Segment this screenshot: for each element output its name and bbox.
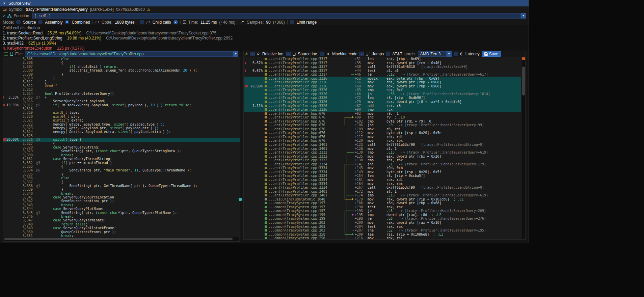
source-line[interactable]: 3,334@6 SendString( ptr, "Main thread", … [3,168,240,172]
source-line[interactable]: 3,348 return false; [3,222,240,226]
asm-mnemonic[interactable]: jmp [368,193,386,197]
asm-mnemonic[interactable]: je [368,73,386,77]
source-line[interactable]: 3,349 case ServerQueryCallstackFrame: [3,226,240,230]
asm-source-loc[interactable]: ...ommon\TracySystem.cpp:203 [268,228,343,233]
asm-row[interactable]: ...ent\TracyProfiler.cpp:3317+46je.L12 -… [244,73,521,77]
asm-row[interactable]: ...ent\TracyProfiler.cpp:3326+63cmpeax, … [244,88,521,92]
source-line[interactable]: 3,310 } [3,76,240,80]
asm-row[interactable]: ...ent\TracyProfiler.cpp:3401+172moval, … [244,190,521,194]
asm-source-loc[interactable]: ...ommon\TracySystem.cpp:203 [268,225,343,229]
child-call-name[interactable]: 3. stat64i32 [3,41,24,46]
asm-source-loc[interactable]: ...ommon\TracySystem.cpp:203 [268,221,343,225]
asm-mnemonic[interactable]: je [368,217,386,221]
child-call-name[interactable]: 2. tracy::Profiler::SendLongString [3,36,62,41]
asm-source-loc[interactable]: ...ommon\TracySystem.cpp:197 [268,209,343,213]
scrollbar-thumb[interactable] [4,238,233,240]
asm-source-loc[interactable]: ...ent\TracyProfiler.hpp:676 [268,123,343,127]
asm-source-loc[interactable]: ...ent\TracyProfiler.cpp:3317 [268,61,343,65]
asm-row[interactable]: ...31103\include\atomic:1048+179movrax, … [244,197,521,201]
source-line[interactable]: 3,327 { [3,142,240,145]
asm-row[interactable]: ...ent\TracyProfiler.hpp:676+92movr9, -1 [244,112,521,116]
asm-row[interactable]: ...ent\TracyProfiler.cpp:3326+90jmprcx [244,108,521,112]
relative-loc-label[interactable]: Relative loc. [262,52,284,56]
asm-source-loc[interactable]: ...ommon\TracySystem.cpp:197 [268,201,343,205]
asm-row[interactable]: ...ent\TracyProfiler.cpp:3334+143movr9d,… [244,166,521,170]
asm-mnemonic[interactable]: mov [368,84,386,88]
child-calls-label[interactable]: Child calls [153,20,171,25]
asm-row[interactable]: ...ommon\TracySystem.cpp:203+204testrax,… [244,225,521,229]
source-line[interactable]: 3,321 uint32_t extra; [3,118,240,122]
source-line[interactable]: 3,347 case ServerQueryTerminate: [3,218,240,222]
asm-mnemonic[interactable]: ja [368,92,386,96]
asm-row[interactable]: ...ent\TracyProfiler.cpp:3332+138cmprdi,… [244,158,521,162]
asm-mnemonic[interactable]: mov [368,166,386,170]
mode-assembly-label[interactable]: Assembly [45,20,62,25]
file-combo-value[interactable]: C:\Users\wolf\Desktop\darkrl\contrib\tra… [25,51,233,57]
asm-source-loc[interactable]: ...ent\TracyProfiler.cpp:3334 [268,170,343,174]
function-combo-value[interactable]: [ - self - ] [32,13,521,19]
asm-mnemonic[interactable]: mov [368,112,386,116]
asm-row[interactable]: ...ent\TracyProfiler.cpp:3326+79movecx, … [244,100,521,104]
source-line[interactable]: 3,307 if( shouldExit ) return; [3,65,240,69]
asm-source-loc[interactable]: ...ent\TracyProfiler.cpp:3332 [268,151,343,155]
source-line[interactable]: 3,306 { [3,61,240,64]
horizontal-scrollbar[interactable] [4,237,239,241]
asm-row[interactable]: 6.67%...ent\TracyProfiler.cpp:3317+35mov… [244,61,521,65]
asm-row[interactable]: 78.89%...ent\TracyProfiler.cpp:3326+60mo… [244,84,521,88]
source-line[interactable]: 3,328 case ServerQueryString: [3,145,240,149]
asm-mnemonic[interactable]: jmp [368,151,386,155]
asm-mnemonic[interactable]: call [368,65,386,69]
save-button[interactable]: Save [482,51,501,57]
asm-row[interactable]: ...ent\TracyProfiler.cpp:3326+56movrdi, … [244,80,521,84]
source-line[interactable]: 3,313 [3,88,240,91]
asm-mnemonic[interactable]: lea [368,174,386,178]
source-line[interactable]: 3,323 memcpy( &ptr, &payload.ptr, sizeof… [3,126,240,130]
asm-mnemonic[interactable]: test [368,205,386,209]
asm-mnemonic[interactable]: mov [368,221,386,225]
asm-row[interactable]: ...ent\TracyProfiler.cpp:3401+123call0x7… [244,143,521,147]
source-line[interactable]: 3,322 memcpy( &type, &payload.type, size… [3,123,240,126]
source-loc-label[interactable]: Source loc. [298,52,318,56]
asm-mnemonic[interactable]: call [368,143,386,147]
asm-source-loc[interactable]: ...ent\TracyProfiler.cpp:3334 [268,174,343,178]
source-line[interactable]: 3,335 } [3,172,240,176]
source-line[interactable]: 13.33%3,317@5 if( !m_sock->Read( &payloa… [3,103,240,107]
asm-row[interactable]: ...ent\TracyProfiler.hpp:676+99incr9 ; .… [244,115,521,119]
asm-source-loc[interactable]: ...31103\include\atomic:1048 [268,197,343,201]
source-line[interactable]: 3,324 memcpy( &extra, &payload.extra, si… [3,130,240,134]
source-line[interactable]: 3,332@3 if( ptr == m_mainThread ) [3,161,240,165]
source-line[interactable]: 3,318 [3,107,240,111]
asm-source-loc[interactable]: ...ent\TracyProfiler.hpp:676 [268,119,343,124]
asm-row[interactable]: ...ommon\TracySystem.cpp:197+190testrax,… [244,205,521,209]
source-line[interactable]: 3,305 else [3,57,240,61]
asm-source-loc[interactable]: ...ent\TracyProfiler.cpp:3334 [268,178,343,182]
asm-mnemonic[interactable]: mov [368,190,386,194]
asm-mnemonic[interactable]: jne [368,162,386,166]
asm-source-loc[interactable]: ...ent\TracyProfiler.hpp:676 [268,127,343,131]
asm-row[interactable]: ...ent\TracyProfiler.cpp:3317+31learax, … [244,57,521,61]
asm-mnemonic[interactable]: mov [368,182,386,186]
source-line[interactable]: 3,314bool Profiler::HandleServerQuery() [3,92,240,96]
source-line[interactable]: 3,312#endif [3,84,240,88]
file-doc-icon[interactable] [10,52,13,56]
asm-source-loc[interactable]: ...ommon\TracySystem.cpp:199 [268,213,343,217]
asm-row[interactable]: ...ent\TracyProfiler.cpp:3401+128moval, … [244,147,521,151]
asm-source-loc[interactable]: ...ent\TracyProfiler.hpp:676 [268,131,343,135]
asm-row[interactable]: ...ent\TracyProfiler.hpp:676+117movrdx, … [244,135,521,139]
source-loc-checkbox[interactable]: ✓ [286,52,291,56]
uarch-combo[interactable]: AMD Zen 3 ▼ [418,51,452,57]
asm-mnemonic[interactable]: cmp [368,158,386,162]
source-line[interactable]: 80.00%3,326@9 switch( type ) [3,138,240,141]
asm-row[interactable]: ...ent\TracyProfiler.cpp:3334+149movbyte… [244,170,521,174]
source-line[interactable]: 3,333 { [3,165,240,168]
source-line[interactable]: 3,330 break; [3,153,240,157]
asm-row[interactable]: ...ent\TracyProfiler.cpp:3332+135moveax,… [244,155,521,159]
function-combo[interactable]: [ - self - ] ▼ [32,13,526,19]
source-line[interactable]: 3,346 break; [3,215,240,218]
asm-mnemonic[interactable]: cmp [368,213,386,217]
mode-combined-radio[interactable] [65,20,69,24]
asm-row[interactable]: 1.11%...ent\TracyProfiler.cpp:3326+87add… [244,104,521,108]
asm-source-loc[interactable]: ...ent\TracyProfiler.cpp:3334 [268,182,343,186]
asm-mnemonic[interactable]: mov [368,170,386,174]
asm-source-loc[interactable]: ...ent\TracyProfiler.cpp:3326 [268,88,343,92]
